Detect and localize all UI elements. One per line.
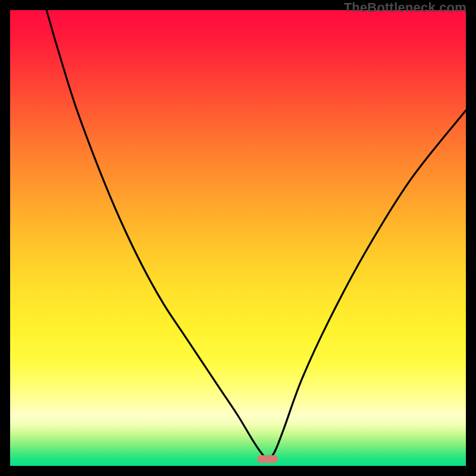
plot-area [10, 10, 466, 466]
bottleneck-curve [10, 10, 466, 466]
optimal-marker [257, 455, 278, 464]
watermark-text: TheBottleneck.com [344, 0, 466, 15]
chart-frame: TheBottleneck.com [0, 0, 476, 476]
